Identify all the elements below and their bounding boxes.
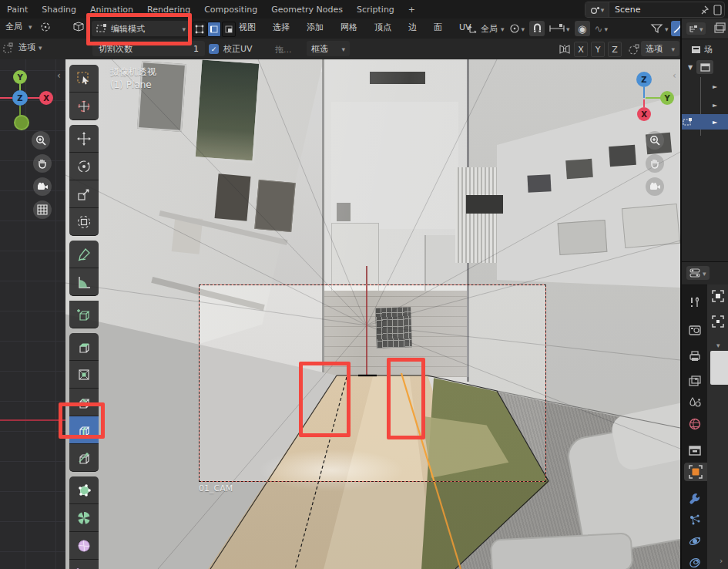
pan-hand-button[interactable] — [33, 154, 52, 173]
camera-view-button[interactable] — [33, 177, 52, 196]
expand-down-icon[interactable]: ▼ — [688, 64, 693, 71]
new-collection-icon[interactable] — [714, 22, 726, 34]
gizmo-axis-y[interactable]: Y — [13, 70, 27, 84]
main-3d-viewport[interactable]: 01_CAM 摄像机透视 (1) Plane — [65, 59, 680, 569]
pin-icon[interactable] — [699, 5, 709, 15]
tool-rotate[interactable] — [69, 153, 99, 180]
tool-move[interactable] — [69, 125, 99, 153]
pivot-point-icon[interactable] — [40, 22, 51, 32]
properties-tab-collection[interactable] — [686, 441, 704, 460]
tool-edge-slide[interactable] — [69, 560, 99, 569]
orientation-dropdown[interactable]: 全局 — [468, 23, 505, 35]
checkbox-checked-icon[interactable] — [209, 44, 219, 54]
gizmo-axis-y-negative[interactable] — [14, 115, 29, 130]
tool-poly-build[interactable] — [69, 476, 99, 504]
tool-inset-faces[interactable] — [69, 361, 99, 389]
outliner-row-scene-collection[interactable]: 场 — [682, 42, 728, 57]
tool-extrude-region[interactable] — [69, 333, 99, 361]
scroll-right-icon[interactable]: › — [720, 556, 723, 566]
mirror-x-button[interactable]: X — [574, 42, 588, 57]
properties-tab-scene[interactable] — [686, 393, 704, 412]
collapse-panel-icon[interactable]: ‹ — [673, 70, 676, 81]
menu-add[interactable]: 添加 — [304, 22, 327, 33]
menu-select[interactable]: 选择 — [270, 22, 293, 33]
drag-mode-dropdown[interactable]: 框选 — [307, 41, 350, 56]
tool-transform[interactable] — [69, 208, 99, 236]
outliner-row-item[interactable]: ► — [682, 97, 728, 113]
face-select-button[interactable] — [222, 22, 236, 37]
tool-knife[interactable] — [69, 444, 99, 472]
frame-icon[interactable] — [712, 315, 724, 328]
properties-tab-output[interactable] — [686, 347, 704, 365]
orthographic-grid-button[interactable] — [33, 200, 52, 219]
mini-options-dropdown[interactable]: 选项 — [18, 42, 42, 53]
properties-tab-view-layer[interactable] — [686, 372, 704, 390]
tool-annotate[interactable] — [69, 241, 99, 268]
mirror-y-button[interactable]: Y — [591, 42, 605, 57]
proportional-editing-toggle[interactable]: ◉ — [575, 21, 590, 36]
properties-tab-modifiers[interactable] — [686, 489, 704, 507]
workspace-tab-paint[interactable]: Paint — [0, 5, 35, 15]
gizmo-axis-z[interactable]: Z — [636, 72, 652, 87]
camera-view-button[interactable] — [646, 177, 664, 196]
pan-hand-button[interactable] — [646, 154, 664, 173]
add-workspace-button[interactable]: + — [401, 5, 422, 15]
camera-frame[interactable] — [199, 284, 546, 482]
properties-editor-dropdown[interactable] — [686, 266, 710, 280]
tool-measure[interactable] — [69, 268, 99, 296]
properties-tab-object[interactable] — [684, 463, 707, 481]
scene-selector[interactable]: Scene — [585, 2, 725, 18]
zoom-button[interactable] — [32, 131, 50, 150]
tool-cursor[interactable] — [69, 93, 99, 120]
menu-mesh[interactable]: 网格 — [337, 22, 361, 33]
outliner-row-active-object[interactable]: ► — [682, 114, 728, 130]
correct-uv-option[interactable]: 校正UV — [209, 43, 253, 55]
workspace-tab-scripting[interactable]: Scripting — [350, 5, 401, 15]
tool-scale[interactable] — [69, 180, 99, 208]
snap-magnet-icon[interactable] — [529, 21, 545, 36]
edge-select-button[interactable] — [207, 22, 221, 37]
tool-smooth[interactable] — [69, 532, 99, 560]
tool-select-box[interactable] — [69, 65, 99, 93]
expand-right-icon[interactable]: ► — [713, 102, 717, 109]
maximize-frame-icon[interactable] — [712, 290, 724, 302]
menu-face[interactable]: 面 — [431, 22, 445, 33]
menu-vertex[interactable]: 顶点 — [371, 22, 394, 33]
properties-tab-render[interactable] — [686, 321, 704, 339]
workspace-tab-compositing[interactable]: Compositing — [197, 5, 264, 15]
menu-view[interactable]: 视图 — [236, 22, 259, 33]
properties-tab-tool[interactable] — [686, 293, 704, 311]
proportional-falloff-dropdown[interactable]: ∿ — [595, 23, 608, 35]
mini-3d-viewport[interactable]: Y Z X ‹ — [0, 59, 68, 569]
expand-right-icon[interactable]: ► — [713, 119, 717, 126]
outliner-display-mode-dropdown[interactable] — [686, 22, 706, 35]
scene-browse-button[interactable] — [585, 2, 609, 17]
menu-edge[interactable]: 边 — [405, 22, 420, 33]
filter-visibility-icon[interactable] — [651, 23, 663, 34]
mirror-z-button[interactable]: Z — [608, 42, 622, 57]
workspace-tab-geometry-nodes[interactable]: Geometry Nodes — [264, 5, 350, 15]
properties-tab-particles[interactable] — [686, 510, 704, 529]
tool-add-cube[interactable] — [69, 301, 99, 328]
properties-tab-world[interactable] — [686, 415, 704, 433]
properties-tab-physics[interactable] — [686, 532, 704, 550]
zoom-button[interactable] — [646, 131, 664, 150]
panel-collapse-icon[interactable] — [716, 340, 720, 350]
outliner-row-item[interactable]: ► — [682, 79, 728, 94]
options-dropdown[interactable]: 选项 — [641, 41, 679, 56]
gizmo-axis-x[interactable]: X — [39, 91, 53, 105]
gizmo-axis-y[interactable]: Y — [660, 91, 674, 105]
collapse-panel-icon[interactable]: ‹ — [57, 70, 61, 81]
snap-target-dropdown[interactable] — [549, 24, 570, 34]
outliner-row-collection[interactable]: ▼ — [682, 59, 728, 75]
workspace-tab-shading[interactable]: Shading — [35, 5, 83, 15]
gizmo-axis-z[interactable]: Z — [12, 90, 28, 106]
snap-base-icon[interactable] — [628, 44, 639, 56]
new-scene-icon[interactable] — [713, 5, 723, 15]
vertex-select-button[interactable] — [193, 22, 206, 37]
pivot-dropdown[interactable] — [509, 23, 525, 34]
mini-orientation-dropdown[interactable]: 全局 — [2, 21, 25, 32]
properties-tab-constraints[interactable] — [686, 554, 704, 569]
tool-spin[interactable] — [69, 504, 99, 532]
expand-right-icon[interactable]: ► — [713, 83, 717, 90]
